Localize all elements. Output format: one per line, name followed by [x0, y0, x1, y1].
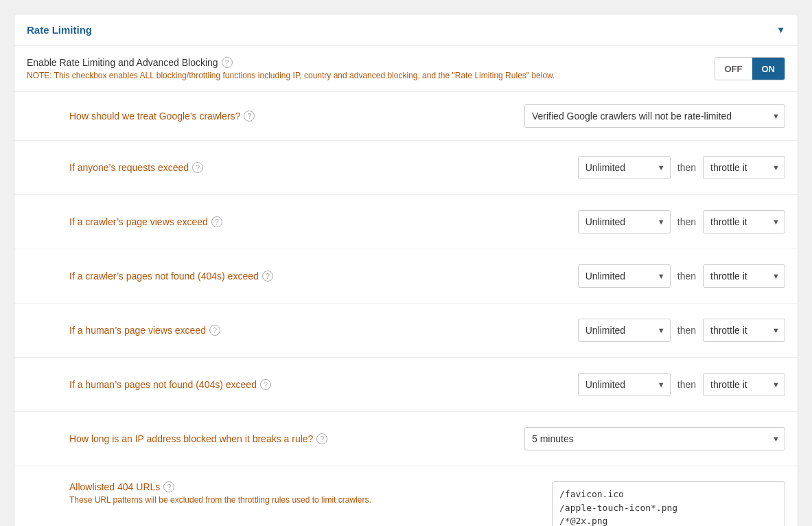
- allowlisted-label-text: Allowlisted 404 URLs: [69, 481, 160, 492]
- action-select-1[interactable]: throttle it block it: [703, 210, 785, 233]
- unlimited-select-wrap-0: Unlimited 1 10 ▼: [578, 156, 671, 179]
- enable-label-text: Enable Rate Limiting and Advanced Blocki…: [27, 57, 218, 68]
- help-icon-3[interactable]: ?: [209, 325, 220, 336]
- panel-body: Enable Rate Limiting and Advanced Blocki…: [14, 46, 798, 526]
- allowlisted-textarea-wrap: /favicon.ico /apple-touch-icon*.png /*@2…: [552, 481, 785, 526]
- setting-row-3: If a human’s page views exceed ? Unlimit…: [14, 304, 798, 358]
- setting-label-text-2: If a crawler’s pages not found (404s) ex…: [69, 271, 259, 282]
- unlimited-select-wrap-1: Unlimited 1 10 ▼: [578, 210, 671, 233]
- help-icon-2[interactable]: ?: [262, 271, 273, 282]
- unlimited-select-0[interactable]: Unlimited 1 10: [578, 156, 671, 179]
- unlimited-select-wrap-3: Unlimited 1 10 ▼: [578, 319, 671, 342]
- ip-block-help-icon[interactable]: ?: [316, 433, 327, 444]
- action-select-wrap-1: throttle it block it ▼: [703, 210, 785, 233]
- allowlisted-textarea[interactable]: /favicon.ico /apple-touch-icon*.png /*@2…: [552, 481, 785, 526]
- panel-title: Rate Limiting: [27, 24, 92, 36]
- unlimited-select-2[interactable]: Unlimited 1 10: [578, 264, 671, 288]
- setting-row-1: If a crawler’s page views exceed ? Unlim…: [14, 195, 798, 249]
- setting-label-1: If a crawler’s page views exceed ?: [69, 216, 222, 227]
- enable-section: Enable Rate Limiting and Advanced Blocki…: [14, 46, 798, 92]
- unlimited-select-wrap-2: Unlimited 1 10 ▼: [578, 264, 671, 288]
- unlimited-select-wrap-4: Unlimited 1 10 ▼: [578, 373, 671, 396]
- panel-header[interactable]: Rate Limiting ▼: [14, 14, 798, 46]
- setting-controls-1: Unlimited 1 10 ▼ then throttle it block …: [578, 210, 785, 233]
- enable-label: Enable Rate Limiting and Advanced Blocki…: [27, 57, 715, 68]
- setting-controls-4: Unlimited 1 10 ▼ then throttle it block …: [578, 373, 785, 396]
- action-select-4[interactable]: throttle it block it: [703, 373, 785, 396]
- toggle-wrap: OFF ON: [715, 57, 786, 80]
- action-select-wrap-3: throttle it block it ▼: [703, 319, 785, 342]
- enable-row: Enable Rate Limiting and Advanced Blocki…: [27, 57, 785, 80]
- unlimited-select-4[interactable]: Unlimited 1 10: [578, 373, 671, 396]
- enable-note: NOTE: This checkbox enables ALL blocking…: [27, 71, 715, 80]
- then-label-1: then: [671, 216, 703, 227]
- ip-block-select-wrap: 5 minutes 10 minutes 15 minutes 30 minut…: [524, 427, 785, 450]
- allowlisted-row: Allowlisted 404 URLs ? These URL pattern…: [14, 466, 798, 526]
- action-select-2[interactable]: throttle it block it: [703, 264, 785, 288]
- toggle-off-button[interactable]: OFF: [715, 58, 752, 80]
- enable-help-icon[interactable]: ?: [222, 57, 233, 68]
- google-crawlers-select[interactable]: Verified Google crawlers will not be rat…: [524, 104, 785, 128]
- ip-block-select[interactable]: 5 minutes 10 minutes 15 minutes 30 minut…: [524, 427, 785, 450]
- action-select-0[interactable]: throttle it block it: [703, 156, 785, 179]
- google-crawlers-label-text: How should we treat Google's crawlers?: [69, 111, 240, 122]
- setting-controls-0: Unlimited 1 10 ▼ then throttle it block …: [578, 156, 785, 179]
- setting-label-0: If anyone’s requests exceed ?: [69, 162, 203, 173]
- allowlisted-help-icon[interactable]: ?: [163, 481, 174, 492]
- setting-label-text-0: If anyone’s requests exceed: [69, 162, 189, 173]
- ip-block-label: How long is an IP address blocked when i…: [69, 433, 327, 444]
- action-select-wrap-0: throttle it block it ▼: [703, 156, 785, 179]
- setting-rows-container: If anyone’s requests exceed ? Unlimited …: [14, 141, 798, 412]
- toggle-on-button[interactable]: ON: [752, 58, 785, 80]
- setting-label-4: If a human’s pages not found (404s) exce…: [69, 379, 271, 390]
- enable-label-wrap: Enable Rate Limiting and Advanced Blocki…: [27, 57, 715, 80]
- allowlisted-label-wrap: Allowlisted 404 URLs ? These URL pattern…: [69, 481, 552, 505]
- action-select-3[interactable]: throttle it block it: [703, 319, 785, 342]
- google-crawlers-row: How should we treat Google's crawlers? ?…: [14, 92, 798, 141]
- help-icon-0[interactable]: ?: [192, 162, 203, 173]
- setting-controls-3: Unlimited 1 10 ▼ then throttle it block …: [578, 319, 785, 342]
- then-label-4: then: [671, 379, 703, 390]
- setting-controls-2: Unlimited 1 10 ▼ then throttle it block …: [578, 264, 785, 288]
- google-crawlers-label: How should we treat Google's crawlers? ?: [69, 111, 255, 122]
- setting-label-text-1: If a crawler’s page views exceed: [69, 216, 208, 227]
- then-label-2: then: [671, 271, 703, 282]
- setting-label-2: If a crawler’s pages not found (404s) ex…: [69, 271, 273, 282]
- help-icon-1[interactable]: ?: [211, 216, 222, 227]
- rate-limiting-panel: Rate Limiting ▼ Enable Rate Limiting and…: [14, 14, 798, 526]
- ip-block-row: How long is an IP address blocked when i…: [14, 412, 798, 466]
- then-label-3: then: [671, 325, 703, 336]
- google-crawlers-help-icon[interactable]: ?: [244, 111, 255, 122]
- setting-label-3: If a human’s page views exceed ?: [69, 325, 220, 336]
- setting-row-0: If anyone’s requests exceed ? Unlimited …: [14, 141, 798, 195]
- setting-label-text-3: If a human’s page views exceed: [69, 325, 206, 336]
- unlimited-select-3[interactable]: Unlimited 1 10: [578, 319, 671, 342]
- allowlisted-label: Allowlisted 404 URLs ?: [69, 481, 552, 492]
- action-select-wrap-2: throttle it block it ▼: [703, 264, 785, 288]
- ip-block-label-text: How long is an IP address blocked when i…: [69, 433, 313, 444]
- allowlisted-note: These URL patterns will be excluded from…: [69, 495, 552, 505]
- google-crawlers-select-wrap: Verified Google crawlers will not be rat…: [524, 104, 785, 128]
- unlimited-select-1[interactable]: Unlimited 1 10: [578, 210, 671, 233]
- setting-label-text-4: If a human’s pages not found (404s) exce…: [69, 379, 257, 390]
- action-select-wrap-4: throttle it block it ▼: [703, 373, 785, 396]
- setting-row-2: If a crawler’s pages not found (404s) ex…: [14, 249, 798, 304]
- then-label-0: then: [671, 162, 703, 173]
- chevron-down-icon: ▼: [776, 25, 785, 35]
- setting-row-4: If a human’s pages not found (404s) exce…: [14, 358, 798, 412]
- help-icon-4[interactable]: ?: [260, 379, 271, 390]
